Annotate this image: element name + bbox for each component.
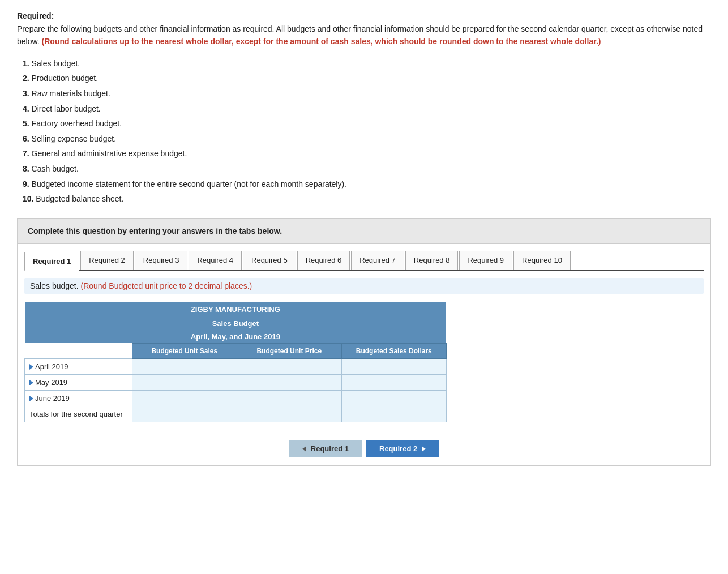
input-cell-3-0[interactable] — [132, 406, 237, 422]
prev-button[interactable]: Required 1 — [289, 440, 362, 457]
list-item: 9. Budgeted income statement for the ent… — [23, 177, 711, 192]
row-label: Totals for the second quarter — [25, 406, 132, 422]
company-name: ZIGBY MANUFACTURING — [25, 302, 447, 317]
input-cell-1-1[interactable] — [237, 374, 341, 390]
table-wrapper: ZIGBY MANUFACTURING Sales Budget April, … — [24, 302, 447, 422]
prev-arrow-icon — [302, 446, 306, 452]
input-3-0[interactable] — [137, 410, 232, 418]
row-marker-icon — [29, 364, 33, 370]
list-item: 10. Budgeted balance sheet. — [23, 191, 711, 207]
col3-header: Budgeted Sales Dollars — [341, 343, 446, 358]
row-marker-icon — [29, 396, 33, 401]
list-item: 8. Cash budget. — [23, 161, 711, 177]
col1-header: Budgeted Unit Sales — [132, 343, 237, 358]
tab-required-4[interactable]: Required 4 — [189, 251, 242, 270]
list-item: 5. Factory overhead budget. — [23, 116, 711, 131]
input-cell-0-2[interactable] — [341, 358, 446, 374]
input-cell-0-0[interactable] — [132, 358, 237, 374]
nav-buttons: Required 1 Required 2 — [24, 434, 704, 465]
input-2-1[interactable] — [242, 394, 337, 402]
tab-required-5[interactable]: Required 5 — [243, 251, 296, 270]
next-button[interactable]: Required 2 — [366, 440, 439, 457]
tab-required-7[interactable]: Required 7 — [351, 251, 404, 270]
input-cell-2-0[interactable] — [132, 390, 237, 406]
banner: Complete this question by entering your … — [17, 218, 711, 244]
list-item: 2. Production budget. — [23, 71, 711, 86]
input-1-1[interactable] — [242, 378, 337, 387]
input-3-1[interactable] — [242, 410, 337, 418]
list-item: 4. Direct labor budget. — [23, 101, 711, 117]
tab-required-8[interactable]: Required 8 — [405, 251, 459, 270]
row-label: June 2019 — [25, 390, 132, 406]
budget-table: ZIGBY MANUFACTURING Sales Budget April, … — [24, 302, 447, 422]
budget-list: 1. Sales budget.2. Production budget.3. … — [23, 56, 711, 207]
sales-budget-note: Sales budget. (Round Budgeted unit price… — [24, 278, 704, 294]
row-label: April 2019 — [25, 358, 132, 374]
input-cell-0-1[interactable] — [237, 358, 341, 374]
input-1-2[interactable] — [346, 378, 442, 387]
required-header: Required: — [17, 11, 711, 20]
input-cell-1-0[interactable] — [132, 374, 237, 390]
input-cell-2-2[interactable] — [341, 390, 446, 406]
input-2-0[interactable] — [137, 394, 232, 402]
input-cell-1-2[interactable] — [341, 374, 446, 390]
table-row: May 2019 — [25, 374, 447, 390]
input-cell-2-1[interactable] — [237, 390, 341, 406]
input-0-2[interactable] — [346, 362, 442, 371]
tab-required-10[interactable]: Required 10 — [513, 251, 571, 270]
row-marker-icon — [29, 380, 33, 385]
list-item: 6. Selling expense budget. — [23, 131, 711, 147]
list-item: 3. Raw materials budget. — [23, 86, 711, 101]
tabs-container: Required 1Required 2Required 3Required 4… — [17, 244, 711, 466]
next-arrow-icon — [422, 446, 426, 452]
tabs-row: Required 1Required 2Required 3Required 4… — [24, 251, 704, 271]
prev-label: Required 1 — [311, 444, 349, 453]
list-item: 7. General and administrative expense bu… — [23, 146, 711, 161]
table-subtitle: April, May, and June 2019 — [25, 330, 447, 344]
note-red: (Round Budgeted unit price to 2 decimal … — [81, 281, 252, 290]
input-0-0[interactable] — [137, 362, 232, 371]
intro-text: Prepare the following budgets and other … — [17, 23, 711, 48]
input-cell-3-2[interactable] — [341, 406, 446, 422]
tab-required-1[interactable]: Required 1 — [24, 252, 79, 271]
list-item: 1. Sales budget. — [23, 56, 711, 71]
table-title: Sales Budget — [25, 317, 447, 330]
next-label: Required 2 — [379, 444, 417, 453]
input-2-2[interactable] — [346, 394, 442, 402]
col2-header: Budgeted Unit Price — [237, 343, 341, 358]
input-1-0[interactable] — [137, 378, 232, 387]
table-row: June 2019 — [25, 390, 447, 406]
input-3-2[interactable] — [346, 410, 442, 418]
input-0-1[interactable] — [242, 362, 337, 371]
tab-required-2[interactable]: Required 2 — [80, 251, 134, 270]
note-normal: Sales budget. — [30, 281, 79, 290]
input-cell-3-1[interactable] — [237, 406, 341, 422]
table-row: Totals for the second quarter — [25, 406, 447, 422]
empty-header — [25, 343, 132, 358]
row-label: May 2019 — [25, 374, 132, 390]
highlight-text: (Round calculations up to the nearest wh… — [42, 37, 601, 46]
table-row: April 2019 — [25, 358, 447, 374]
tab-required-6[interactable]: Required 6 — [297, 251, 350, 270]
tab-required-3[interactable]: Required 3 — [135, 251, 188, 270]
tab-required-9[interactable]: Required 9 — [459, 251, 512, 270]
